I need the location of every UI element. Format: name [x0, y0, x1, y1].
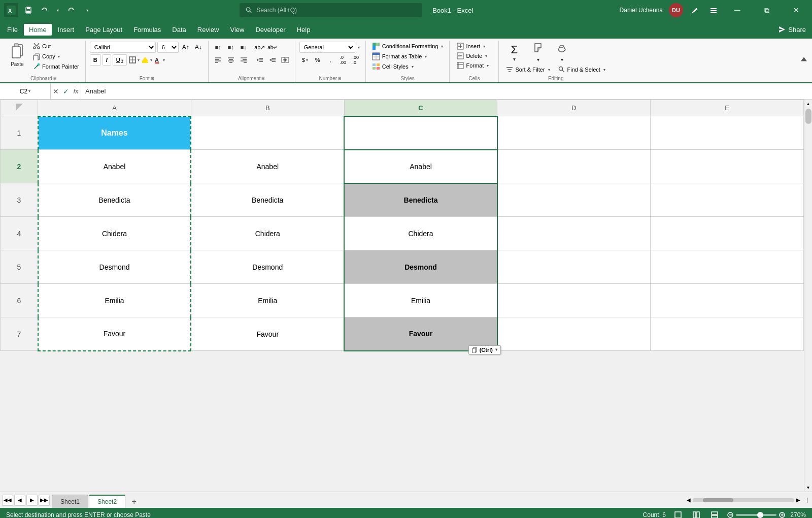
user-avatar[interactable]: DU	[669, 3, 683, 17]
row-num-4[interactable]: 4	[1, 217, 38, 250]
cell-b6[interactable]: Emilia	[191, 284, 344, 317]
customize-quick-btn[interactable]: ▾	[81, 4, 93, 16]
number-format-selector[interactable]: General	[299, 42, 355, 53]
format-painter-btn[interactable]: Format Painter	[30, 62, 81, 71]
cell-e5[interactable]	[651, 250, 804, 284]
cell-c2[interactable]: Anabel	[344, 150, 497, 183]
h-scroll-track[interactable]	[693, 498, 794, 502]
decrease-decimal-btn[interactable]: .00.0	[350, 54, 361, 66]
fill-color-btn[interactable]: ▾	[141, 54, 152, 66]
clear-btn[interactable]: ▾	[551, 42, 573, 63]
col-header-a[interactable]: A	[38, 100, 191, 116]
cell-styles-btn[interactable]: Cell Styles ▾	[370, 62, 416, 71]
scroll-track[interactable]	[804, 108, 813, 483]
decrease-font-btn[interactable]: A↓	[193, 42, 204, 53]
align-top-btn[interactable]: ≡↑	[213, 42, 224, 53]
align-left-btn[interactable]	[213, 54, 224, 66]
restore-btn[interactable]: ⧉	[755, 0, 779, 20]
cell-c3[interactable]: Benedicta	[344, 183, 497, 217]
scroll-down-btn[interactable]: ▼	[804, 483, 813, 492]
cut-btn[interactable]: Cut	[30, 42, 81, 51]
comma-btn[interactable]: ,	[325, 54, 336, 66]
cell-a7[interactable]: Favour	[38, 317, 191, 351]
vertical-scrollbar[interactable]: ▲ ▼	[804, 100, 812, 492]
cell-a1[interactable]: Names	[38, 116, 191, 150]
delete-cells-btn[interactable]: Delete ▾	[454, 51, 494, 60]
increase-font-btn[interactable]: A↑	[180, 42, 191, 53]
increase-indent-btn[interactable]	[267, 54, 278, 66]
tab-sheet1[interactable]: Sheet1	[52, 495, 88, 508]
decrease-indent-btn[interactable]	[254, 54, 265, 66]
cell-b2[interactable]: Anabel	[191, 150, 344, 183]
formula-fx-btn[interactable]: fx	[73, 87, 78, 95]
cell-d1[interactable]	[497, 116, 651, 150]
scroll-left-btn[interactable]: ◀	[687, 497, 691, 503]
cell-b7[interactable]: Favour	[191, 317, 344, 351]
menu-home[interactable]: Home	[24, 24, 52, 36]
number-format-dropdown[interactable]: ▾	[358, 45, 360, 50]
sort-filter-btn[interactable]: Sort & Filter ▾	[503, 65, 553, 74]
merge-cells-btn[interactable]	[280, 54, 291, 66]
scroll-right-btn[interactable]: ▶	[796, 497, 800, 503]
cell-e3[interactable]	[651, 183, 804, 217]
cell-d4[interactable]	[497, 217, 651, 250]
tab-sheet2[interactable]: Sheet2	[89, 495, 125, 508]
cell-a2[interactable]: Anabel	[38, 150, 191, 183]
cell-c5[interactable]: Desmond	[344, 250, 497, 284]
zoom-thumb[interactable]	[757, 512, 763, 518]
autosum-btn[interactable]: Σ ▾	[503, 42, 525, 63]
menu-developer[interactable]: Developer	[250, 24, 290, 36]
cell-reference-box[interactable]: C2 ▾	[0, 83, 51, 99]
formula-confirm-btn[interactable]: ✓	[63, 87, 69, 95]
cell-e2[interactable]	[651, 150, 804, 183]
font-color-btn[interactable]: A ▾	[154, 54, 165, 66]
font-expand[interactable]: ⊞	[151, 76, 154, 81]
cell-c6[interactable]: Emilia	[344, 284, 497, 317]
zoom-slider[interactable]	[736, 514, 776, 516]
cell-e1[interactable]	[651, 116, 804, 150]
ribbon-display-btn[interactable]	[707, 4, 720, 16]
cell-d3[interactable]	[497, 183, 651, 217]
underline-btn[interactable]: U▾	[113, 54, 127, 66]
row-num-1[interactable]: 1	[1, 116, 38, 150]
align-bottom-btn[interactable]: ≡↓	[238, 42, 249, 53]
row-num-7[interactable]: 7	[1, 317, 38, 351]
menu-page-layout[interactable]: Page Layout	[80, 24, 127, 36]
row-num-2[interactable]: 2	[1, 150, 38, 183]
col-header-e[interactable]: E	[651, 100, 804, 116]
cell-e6[interactable]	[651, 284, 804, 317]
undo-quick-btn[interactable]	[39, 4, 51, 16]
col-header-d[interactable]: D	[497, 100, 651, 116]
format-cells-btn[interactable]: Format ▾	[454, 61, 494, 70]
align-right-btn[interactable]	[238, 54, 249, 66]
cell-d5[interactable]	[497, 250, 651, 284]
paste-tooltip-dropdown[interactable]: ▾	[495, 347, 497, 352]
cell-a3[interactable]: Benedicta	[38, 183, 191, 217]
cell-c7[interactable]: Favour (Ctrl) ▾	[344, 317, 497, 351]
search-box[interactable]	[240, 3, 422, 17]
cell-b1[interactable]	[191, 116, 344, 150]
border-btn[interactable]: ▾	[128, 54, 140, 66]
page-break-view-btn[interactable]	[708, 509, 721, 518]
number-expand[interactable]: ⊞	[338, 76, 342, 81]
cell-a5[interactable]: Desmond	[38, 250, 191, 284]
cell-b4[interactable]: Chidera	[191, 217, 344, 250]
cell-b3[interactable]: Benedicta	[191, 183, 344, 217]
cell-b5[interactable]: Desmond	[191, 250, 344, 284]
clipboard-expand[interactable]: ⊞	[53, 76, 57, 81]
add-sheet-btn[interactable]: +	[128, 496, 140, 508]
menu-insert[interactable]: Insert	[53, 24, 80, 36]
zoom-level[interactable]: 270%	[788, 511, 806, 518]
col-header-b[interactable]: B	[191, 100, 344, 116]
scroll-thumb[interactable]	[805, 109, 811, 124]
bold-btn[interactable]: B	[90, 54, 101, 66]
format-as-table-btn[interactable]: Format as Table ▾	[370, 52, 429, 61]
scroll-tabs-prev-btn[interactable]: ◀	[14, 495, 25, 506]
orientation-btn[interactable]: ab↗	[254, 42, 265, 53]
paste-btn[interactable]: Paste	[6, 42, 28, 68]
scroll-tabs-left-btn[interactable]: ◀◀	[2, 495, 13, 506]
minimize-btn[interactable]: ─	[726, 0, 749, 20]
menu-formulas[interactable]: Formulas	[128, 24, 166, 36]
currency-btn[interactable]: $▾	[299, 54, 311, 66]
menu-data[interactable]: Data	[167, 24, 191, 36]
